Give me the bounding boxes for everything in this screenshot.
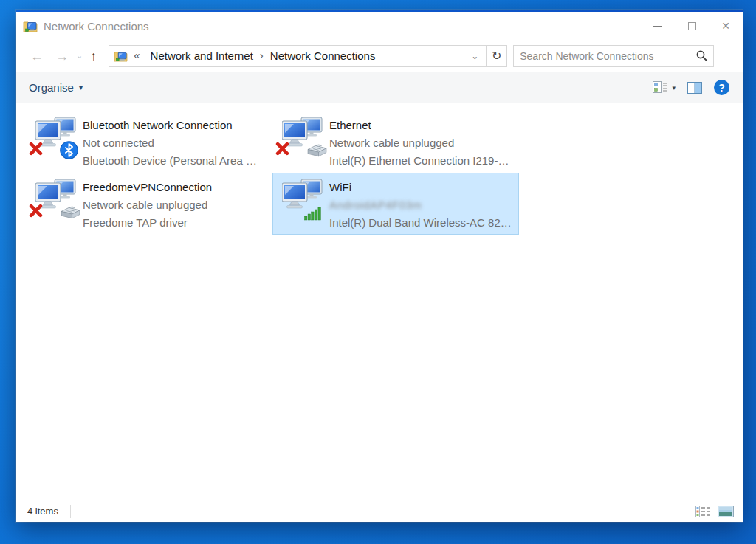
breadcrumb-network-and-internet[interactable]: Network and Internet — [145, 49, 259, 62]
connection-icon — [31, 177, 78, 223]
network-monitors-icon — [282, 179, 323, 209]
forward-icon: → — [55, 49, 69, 63]
organise-label: Organise — [29, 81, 74, 94]
search-input[interactable] — [520, 50, 696, 62]
maximize-button[interactable] — [675, 12, 709, 40]
recent-locations-button[interactable]: ⌄ — [75, 51, 84, 61]
connection-device: Freedome TAP driver — [83, 214, 212, 232]
window-controls: ✕ — [641, 12, 743, 40]
connection-icon — [31, 115, 78, 161]
organise-menu-button[interactable]: Organise ▾ — [29, 81, 83, 94]
connection-status: Network cable unplugged — [329, 134, 509, 152]
toolbar-right-group: ▾ ? — [653, 80, 729, 95]
connection-text: Bluetooth Network Connection Not connect… — [78, 115, 257, 170]
change-view-button[interactable]: ▾ — [653, 81, 676, 94]
ethernet-plug-icon — [60, 205, 81, 219]
connections-grid: Bluetooth Network Connection Not connect… — [26, 111, 743, 235]
close-button[interactable]: ✕ — [709, 12, 743, 40]
connection-icon — [278, 115, 325, 161]
connection-item-ethernet[interactable]: Ethernet Network cable unplugged Intel(R… — [272, 111, 519, 173]
window-title: Network Connections — [44, 20, 149, 32]
connection-status: Not connected — [83, 134, 257, 152]
address-bar[interactable]: « Network and Internet › Network Connect… — [109, 45, 487, 67]
refresh-icon: ↻ — [492, 49, 501, 63]
connection-name: Bluetooth Network Connection — [83, 117, 257, 134]
wifi-signal-icon — [304, 207, 321, 221]
help-icon: ? — [718, 82, 725, 94]
view-mode-icon — [653, 81, 668, 94]
connection-name: WiFi — [329, 179, 512, 196]
connection-text: FreedomeVPNConnection Network cable unpl… — [78, 177, 212, 232]
up-arrow-icon: ↑ — [90, 49, 97, 63]
help-button[interactable]: ? — [714, 80, 729, 95]
preview-pane-button[interactable] — [687, 82, 702, 94]
network-connections-app-icon — [23, 19, 38, 32]
minimize-icon — [653, 26, 662, 27]
search-icon[interactable] — [696, 50, 707, 61]
connection-item-freedome-vpn[interactable]: FreedomeVPNConnection Network cable unpl… — [26, 173, 272, 235]
command-toolbar: Organise ▾ ▾ ? — [16, 72, 743, 103]
chevron-down-icon: ⌄ — [76, 51, 83, 60]
address-location-icon — [114, 49, 128, 62]
close-icon: ✕ — [721, 20, 730, 32]
ethernet-plug-icon — [306, 143, 328, 157]
breadcrumb-separator-icon[interactable]: › — [259, 49, 264, 63]
statusbar-divider — [70, 505, 71, 518]
large-icons-view-button[interactable] — [718, 506, 734, 517]
details-view-button[interactable] — [695, 506, 710, 517]
chevron-down-icon: ▾ — [79, 83, 83, 92]
forward-button[interactable]: → — [49, 49, 75, 63]
connection-name: Ethernet — [329, 117, 509, 134]
connection-text: Ethernet Network cable unplugged Intel(R… — [325, 115, 509, 170]
connection-device: Intel(R) Ethernet Connection I219-… — [329, 152, 509, 170]
connection-name: FreedomeVPNConnection — [83, 179, 212, 196]
back-icon: ← — [30, 49, 44, 63]
up-button[interactable]: ↑ — [84, 49, 103, 63]
connection-icon — [278, 177, 325, 223]
connection-device: Intel(R) Dual Band Wireless-AC 82… — [329, 214, 512, 232]
refresh-button[interactable]: ↻ — [487, 45, 507, 67]
breadcrumb-network-connections[interactable]: Network Connections — [264, 49, 382, 62]
network-connections-window: Network Connections ✕ ← → ⌄ ↑ « Network … — [16, 10, 743, 522]
connection-status: Network cable unplugged — [83, 196, 212, 214]
title-bar: Network Connections ✕ — [16, 12, 743, 40]
maximize-icon — [688, 22, 696, 30]
chevron-down-icon: ▾ — [672, 84, 676, 92]
disconnected-x-icon — [29, 142, 43, 156]
connection-text: WiFi AndroidAP4F03m Intel(R) Dual Band W… — [325, 177, 512, 232]
disconnected-x-icon — [275, 142, 289, 156]
view-toggle-group — [695, 506, 734, 517]
connections-list-area: Bluetooth Network Connection Not connect… — [16, 103, 743, 500]
items-count: 4 items — [27, 506, 58, 517]
navigation-bar: ← → ⌄ ↑ « Network and Internet › Network… — [16, 40, 743, 72]
connection-item-wifi[interactable]: WiFi AndroidAP4F03m Intel(R) Dual Band W… — [272, 173, 519, 235]
connection-device: Bluetooth Device (Personal Area … — [83, 152, 257, 170]
breadcrumb-overflow-chevron[interactable]: « — [132, 49, 144, 63]
bluetooth-icon — [60, 141, 78, 159]
address-dropdown-button[interactable]: ⌄ — [465, 51, 484, 61]
search-box[interactable] — [513, 45, 714, 67]
connection-ssid-redacted: AndroidAP4F03m — [329, 196, 512, 214]
status-bar: 4 items — [16, 500, 743, 522]
back-button[interactable]: ← — [24, 49, 49, 63]
chevron-down-icon: ⌄ — [471, 51, 478, 61]
minimize-button[interactable] — [641, 12, 675, 40]
disconnected-x-icon — [29, 204, 43, 218]
connection-item-bluetooth[interactable]: Bluetooth Network Connection Not connect… — [26, 111, 272, 173]
